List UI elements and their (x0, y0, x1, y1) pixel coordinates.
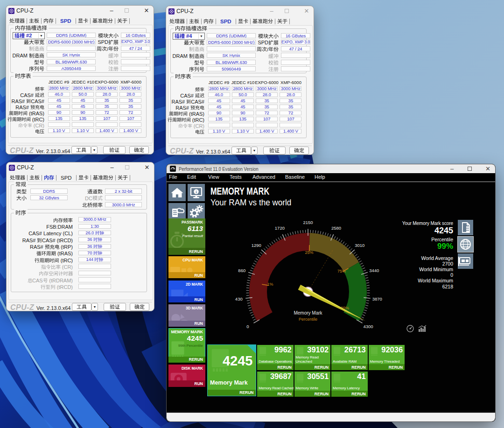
svg-text:Percentile: Percentile (299, 317, 317, 322)
svg-text:75%: 75% (337, 269, 346, 274)
svg-text:Memory Mark: Memory Mark (294, 310, 322, 316)
svg-text:0: 0 (246, 324, 249, 329)
svg-text:3010: 3010 (355, 243, 364, 248)
svg-text:430: 430 (235, 296, 243, 302)
svg-text:1720: 1720 (275, 225, 285, 231)
svg-text:25%: 25% (305, 250, 313, 255)
svg-text:2580: 2580 (331, 225, 341, 231)
svg-text:1290: 1290 (252, 243, 261, 248)
svg-text:2150: 2150 (303, 220, 313, 225)
svg-text:1%: 1% (267, 282, 273, 287)
svg-text:4300: 4300 (363, 324, 373, 329)
svg-text:860: 860 (238, 268, 245, 273)
svg-text:3440: 3440 (369, 268, 379, 273)
svg-text:3870: 3870 (372, 296, 382, 302)
